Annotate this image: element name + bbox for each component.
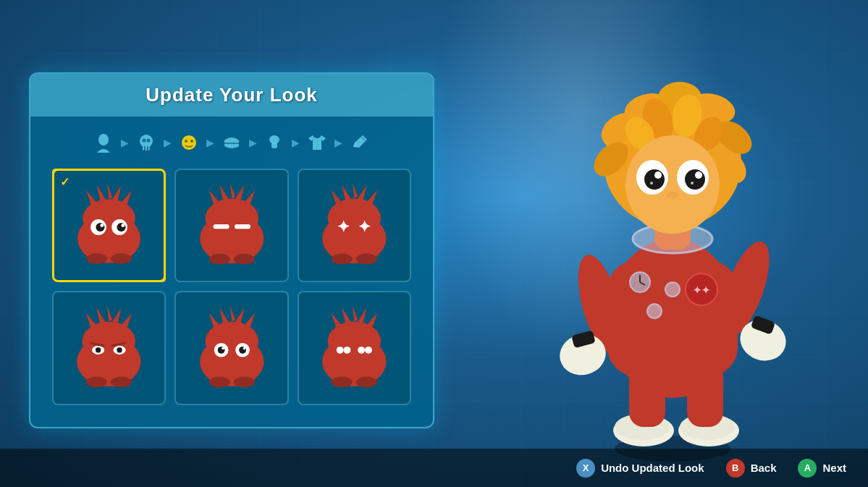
step-face-icon[interactable] xyxy=(176,130,202,156)
step-body-icon[interactable] xyxy=(90,130,117,156)
next-button[interactable]: A Next xyxy=(798,459,846,478)
face-option-0 xyxy=(65,182,153,269)
svg-point-79 xyxy=(208,376,229,387)
option-cell-2[interactable]: ✦ ✦ xyxy=(298,169,411,282)
svg-point-134 xyxy=(685,169,705,190)
svg-marker-55 xyxy=(107,305,112,321)
back-label: Back xyxy=(751,462,777,474)
svg-marker-17 xyxy=(97,185,106,201)
svg-marker-86 xyxy=(358,308,366,323)
step-skull-icon[interactable] xyxy=(133,130,159,156)
svg-rect-2 xyxy=(143,146,150,151)
svg-text:✦: ✦ xyxy=(358,218,371,236)
svg-point-23 xyxy=(96,223,104,232)
customization-panel: Update Your Look ▶ ▶ xyxy=(29,72,434,428)
step-pencil-icon[interactable] xyxy=(347,130,373,156)
svg-point-137 xyxy=(650,182,653,185)
svg-point-27 xyxy=(86,253,107,264)
svg-point-90 xyxy=(358,347,365,354)
svg-marker-32 xyxy=(219,185,228,200)
step-arrow-5: ▶ xyxy=(292,137,300,148)
svg-point-135 xyxy=(654,171,662,179)
svg-marker-34 xyxy=(235,185,244,200)
svg-marker-70 xyxy=(230,305,235,321)
step-arrow-6: ▶ xyxy=(334,137,342,148)
next-label: Next xyxy=(822,462,846,474)
option-cell-5[interactable] xyxy=(298,291,411,405)
svg-point-88 xyxy=(337,347,344,354)
step-arrow-2: ▶ xyxy=(164,137,172,148)
svg-point-139 xyxy=(667,192,678,199)
svg-point-82 xyxy=(328,321,382,360)
svg-point-6 xyxy=(147,139,151,143)
svg-marker-45 xyxy=(358,185,366,200)
svg-point-8 xyxy=(185,140,187,143)
svg-point-25 xyxy=(101,224,104,227)
step-arrow-3: ▶ xyxy=(206,137,214,148)
svg-marker-56 xyxy=(113,308,122,323)
step-mask-icon[interactable] xyxy=(219,130,245,156)
bottom-bar: X Undo Updated Look B Back A Next xyxy=(0,449,868,487)
svg-point-93 xyxy=(356,376,377,387)
step-arrow-4: ▶ xyxy=(249,137,257,148)
svg-rect-12 xyxy=(271,143,277,148)
option-cell-1[interactable] xyxy=(174,169,288,282)
panel-title-bar: Update Your Look xyxy=(30,74,433,117)
svg-point-9 xyxy=(190,140,193,143)
svg-point-77 xyxy=(222,347,224,350)
svg-point-26 xyxy=(122,224,125,227)
undo-button[interactable]: X Undo Updated Look xyxy=(576,459,704,478)
svg-point-28 xyxy=(111,253,132,264)
svg-marker-69 xyxy=(219,308,228,323)
svg-point-15 xyxy=(83,199,135,237)
svg-point-89 xyxy=(344,347,351,354)
svg-point-65 xyxy=(111,376,132,387)
svg-marker-18 xyxy=(107,184,112,200)
svg-point-39 xyxy=(233,254,254,265)
svg-point-136 xyxy=(695,171,702,179)
svg-point-60 xyxy=(96,347,101,352)
svg-point-61 xyxy=(117,347,122,352)
character-figure-svg: ✦✦ xyxy=(535,43,810,463)
x-button-circle: X xyxy=(576,459,595,478)
b-button-circle: B xyxy=(726,459,745,478)
face-option-1 xyxy=(187,181,277,270)
svg-point-30 xyxy=(205,199,258,238)
svg-point-92 xyxy=(331,376,352,387)
undo-label: Undo Updated Look xyxy=(601,462,704,474)
svg-marker-84 xyxy=(342,308,350,323)
svg-point-38 xyxy=(208,254,229,265)
svg-point-67 xyxy=(205,321,258,360)
svg-point-52 xyxy=(83,321,136,360)
svg-marker-54 xyxy=(96,308,105,323)
face-option-3 xyxy=(64,304,153,393)
step-shirt-icon[interactable] xyxy=(304,130,330,156)
svg-rect-37 xyxy=(235,224,250,229)
svg-marker-85 xyxy=(353,305,358,321)
svg-point-7 xyxy=(182,135,196,150)
back-button[interactable]: B Back xyxy=(726,459,777,478)
svg-marker-33 xyxy=(230,183,235,199)
svg-point-1 xyxy=(140,135,153,148)
option-cell-4[interactable] xyxy=(174,291,288,405)
svg-rect-102 xyxy=(607,261,738,376)
svg-point-133 xyxy=(644,169,665,190)
svg-point-78 xyxy=(243,347,245,350)
svg-marker-19 xyxy=(112,185,121,201)
face-option-2: ✦ ✦ xyxy=(310,181,399,270)
svg-marker-71 xyxy=(235,308,244,323)
panel-title: Update Your Look xyxy=(146,84,318,106)
svg-point-111 xyxy=(647,304,662,318)
svg-marker-44 xyxy=(353,183,358,199)
option-cell-0[interactable]: ✓ xyxy=(52,169,166,282)
svg-point-138 xyxy=(691,182,694,185)
svg-point-80 xyxy=(233,376,254,387)
svg-point-49 xyxy=(331,254,352,265)
svg-text:✦: ✦ xyxy=(337,218,350,236)
options-grid: ✓ xyxy=(30,169,433,405)
step-neck-icon[interactable] xyxy=(261,130,287,156)
option-cell-3[interactable] xyxy=(52,291,166,405)
svg-point-110 xyxy=(665,282,680,297)
steps-row: ▶ ▶ ▶ xyxy=(30,130,433,169)
svg-point-50 xyxy=(356,254,377,265)
